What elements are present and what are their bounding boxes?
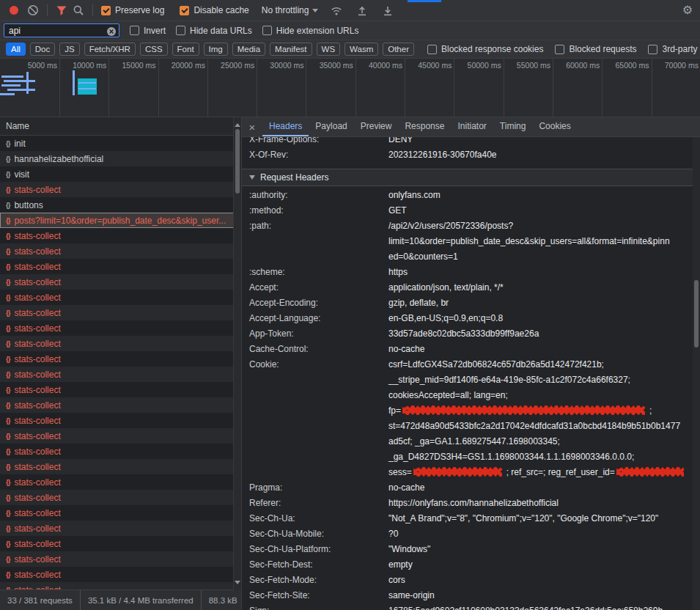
clear-filter-icon[interactable] — [106, 26, 117, 37]
checkbox-box[interactable] — [427, 45, 437, 54]
network-request-row[interactable]: {}stats-collect — [0, 382, 241, 397]
network-request-row[interactable]: {}stats-collect — [0, 274, 241, 290]
network-request-row[interactable]: {}stats-collect — [0, 582, 241, 589]
checkbox-blocked-requests[interactable]: Blocked requests — [555, 44, 636, 54]
network-request-row[interactable]: {}stats-collect — [0, 536, 241, 551]
request-name: stats-collect — [14, 354, 70, 364]
filter-chip-manifest[interactable]: Manifest — [270, 43, 312, 56]
filter-chip-js[interactable]: JS — [59, 43, 79, 56]
settings-gear-icon[interactable]: ⚙ — [682, 4, 693, 16]
header-row: Accept-Encoding:gzip, deflate, br — [249, 295, 700, 311]
scroll-down-arrow-icon[interactable] — [235, 581, 240, 587]
network-request-row[interactable]: {}init — [0, 136, 241, 151]
request-name: stats-collect — [14, 570, 70, 580]
network-request-row[interactable]: {}stats-collect — [0, 305, 241, 320]
close-details-button[interactable]: × — [242, 117, 262, 136]
network-request-row[interactable]: {}stats-collect — [0, 474, 241, 490]
checkbox-box[interactable] — [648, 45, 657, 54]
filter-chip-fetch-xhr[interactable]: Fetch/XHR — [84, 43, 136, 56]
network-request-row[interactable]: {}stats-collect — [0, 490, 241, 505]
name-column-header[interactable]: Name — [0, 117, 241, 136]
header-value-line: csrf=LdfcGX4Sa72db06824c657db26a5d142472… — [388, 357, 688, 372]
network-request-row[interactable]: {}visit — [0, 166, 241, 182]
network-request-row[interactable]: {}stats-collect — [0, 413, 241, 428]
network-request-row[interactable]: {}stats-collect — [0, 320, 241, 336]
network-request-row[interactable]: {}stats-collect — [0, 290, 241, 305]
network-request-row[interactable]: {}stats-collect — [0, 336, 241, 351]
filter-chip-all[interactable]: All — [6, 43, 26, 56]
filter-funnel-icon[interactable] — [56, 4, 67, 16]
network-conditions-icon[interactable] — [331, 4, 342, 16]
checkbox-box[interactable] — [262, 26, 272, 35]
filter-text-field[interactable] — [4, 26, 119, 36]
network-request-row[interactable]: {}stats-collect — [0, 444, 241, 459]
tab-timing[interactable]: Timing — [493, 117, 533, 136]
scrollbar-thumb[interactable] — [694, 280, 699, 348]
tab-preview[interactable]: Preview — [354, 117, 399, 136]
request-name: stats-collect — [14, 246, 70, 257]
clear-icon[interactable] — [27, 4, 39, 16]
details-scrollbar[interactable] — [693, 137, 700, 610]
network-request-row[interactable]: {}stats-collect — [0, 182, 241, 197]
network-request-row[interactable]: {}hannahelizabethofficial — [0, 151, 241, 166]
export-har-icon[interactable] — [382, 4, 394, 16]
network-request-row[interactable]: {}stats-collect — [0, 551, 241, 567]
network-request-row[interactable]: {}stats-collect — [0, 228, 241, 243]
network-request-row[interactable]: {}stats-collect — [0, 259, 241, 274]
import-har-icon[interactable] — [356, 4, 368, 16]
section-title: Request Headers — [260, 172, 328, 183]
script-icon: {} — [6, 416, 10, 425]
scroll-up-arrow-icon[interactable] — [235, 120, 240, 127]
network-request-row[interactable]: {}stats-collect — [0, 243, 241, 259]
tab-headers[interactable]: Headers — [262, 117, 309, 136]
header-value: ?0 — [388, 526, 700, 542]
header-row: Sec-Fetch-Site:same-origin — [249, 588, 700, 603]
request-headers-section-header[interactable]: Request Headers — [242, 169, 700, 186]
tab-cookies[interactable]: Cookies — [532, 117, 577, 136]
checkbox-box[interactable] — [176, 26, 185, 35]
record-button[interactable] — [10, 6, 18, 15]
filter-chip-img[interactable]: Img — [204, 43, 228, 56]
filter-chip-ws[interactable]: WS — [317, 43, 341, 56]
filter-chip-media[interactable]: Media — [232, 43, 265, 56]
network-request-row[interactable]: {}buttons — [0, 197, 241, 213]
request-name: stats-collect — [14, 370, 70, 380]
timeline-overview[interactable]: 5000 ms10000 ms15000 ms20000 ms25000 ms3… — [0, 59, 700, 117]
filter-chip-css[interactable]: CSS — [140, 43, 168, 56]
request-name: stats-collect — [14, 277, 70, 287]
checkbox-box[interactable] — [130, 26, 139, 35]
filter-input[interactable] — [4, 23, 119, 37]
filter-chip-other[interactable]: Other — [383, 43, 414, 56]
network-request-row[interactable]: {}stats-collect — [0, 428, 241, 444]
search-icon[interactable] — [73, 4, 84, 16]
checkbox-box[interactable] — [180, 6, 189, 15]
throttling-dropdown[interactable]: No throttling — [262, 5, 319, 15]
timeline-tick-label: 10000 ms — [73, 61, 106, 70]
hide-extension-urls-checkbox[interactable]: Hide extension URLs — [262, 26, 359, 36]
disable-cache-checkbox[interactable]: Disable cache — [180, 5, 248, 15]
network-request-row[interactable]: {}stats-collect — [0, 567, 241, 582]
checkbox-box[interactable] — [555, 45, 564, 54]
tab-response[interactable]: Response — [398, 117, 451, 136]
network-list-scrollbar[interactable] — [233, 117, 241, 590]
network-request-row[interactable]: {}stats-collect — [0, 351, 241, 367]
filter-chip-doc[interactable]: Doc — [30, 43, 55, 56]
network-request-row[interactable]: {}stats-collect — [0, 397, 241, 413]
network-request-row[interactable]: {}stats-collect — [0, 367, 241, 382]
invert-checkbox[interactable]: Invert — [130, 26, 166, 36]
network-request-row[interactable]: {}posts?limit=10&order=publish_date_desc… — [0, 213, 241, 228]
checkbox-box[interactable] — [101, 6, 111, 15]
checkbox-3rd-party-requests[interactable]: 3rd-party requests — [648, 44, 700, 54]
network-request-row[interactable]: {}stats-collect — [0, 505, 241, 521]
tab-payload[interactable]: Payload — [309, 117, 353, 136]
network-request-row[interactable]: {}stats-collect — [0, 459, 241, 474]
filter-chip-font[interactable]: Font — [172, 43, 199, 56]
hide-data-urls-checkbox[interactable]: Hide data URLs — [176, 26, 252, 36]
header-value: gzip, deflate, br — [388, 295, 700, 311]
filter-chip-wasm[interactable]: Wasm — [345, 43, 378, 56]
network-request-row[interactable]: {}stats-collect — [0, 521, 241, 536]
tab-initiator[interactable]: Initiator — [451, 117, 493, 136]
checkbox-blocked-response-cookies[interactable]: Blocked response cookies — [427, 44, 543, 54]
preserve-log-checkbox[interactable]: Preserve log — [101, 5, 164, 15]
scrollbar-thumb[interactable] — [235, 129, 240, 194]
